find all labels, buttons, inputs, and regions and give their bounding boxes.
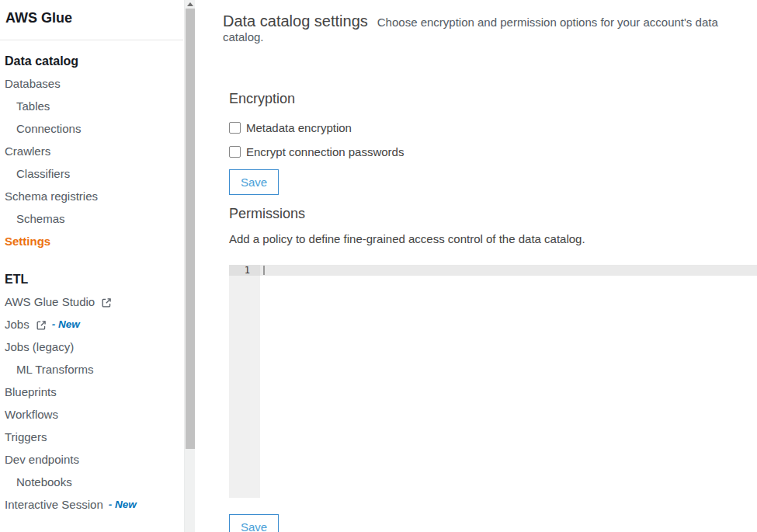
encrypt-passwords-row: Encrypt connection passwords: [229, 144, 757, 159]
encrypt-passwords-checkbox[interactable]: [229, 146, 241, 158]
metadata-encryption-checkbox[interactable]: [229, 122, 241, 134]
section-header-data-catalog: Data catalog: [0, 50, 183, 72]
editor-gutter: 1: [229, 265, 260, 498]
page-header: Data catalog settingsChoose encryption a…: [223, 12, 757, 44]
section-header-etl: ETL: [0, 268, 183, 290]
sidebar-item-label: Notebooks: [16, 471, 72, 493]
sidebar-item-label: Dev endpoints: [5, 448, 79, 471]
sidebar-item-triggers[interactable]: Triggers: [0, 426, 183, 448]
permissions-save-button[interactable]: Save: [229, 514, 279, 532]
sidebar-item-label: ML Transforms: [16, 358, 93, 381]
encryption-heading: Encryption: [229, 91, 757, 107]
sidebar-item-label: Tables: [16, 95, 50, 117]
scrollbar-thumb[interactable]: [186, 9, 195, 449]
page-title: Data catalog settings: [223, 12, 368, 30]
policy-editor[interactable]: 1: [229, 265, 757, 498]
sidebar-item-label: Schema registries: [5, 185, 98, 207]
sidebar-item-jobs-legacy[interactable]: Jobs (legacy): [0, 336, 183, 358]
editor-content: [260, 265, 757, 498]
editor-line-number: 1: [229, 265, 260, 276]
sidebar-item-connections[interactable]: Connections: [0, 117, 183, 140]
sidebar-scrollbar[interactable]: [184, 0, 195, 532]
main-content: Data catalog settingsChoose encryption a…: [195, 0, 757, 532]
sidebar-item-jobs[interactable]: Jobs- New: [0, 313, 183, 336]
sidebar-item-blueprints[interactable]: Blueprints: [0, 381, 183, 403]
sidebar-item-schemas[interactable]: Schemas: [0, 207, 183, 230]
sidebar-item-label: Workflows: [5, 403, 58, 426]
sidebar-item-schema-registries[interactable]: Schema registries: [0, 185, 183, 207]
new-badge: - New: [52, 313, 80, 336]
sidebar-item-crawlers[interactable]: Crawlers: [0, 140, 183, 162]
new-badge: - New: [109, 493, 137, 516]
encryption-save-button[interactable]: Save: [229, 169, 279, 195]
sidebar-item-label: Jobs: [5, 313, 30, 336]
scroll-up-arrow-icon: [187, 2, 193, 6]
sidebar-item-databases[interactable]: Databases: [0, 72, 183, 95]
sidebar-nav: Data catalog DatabasesTablesConnectionsC…: [0, 50, 183, 516]
sidebar-item-label: Jobs (legacy): [5, 336, 74, 358]
sidebar-item-tables[interactable]: Tables: [0, 95, 183, 117]
sidebar: AWS Glue Data catalog DatabasesTablesCon…: [0, 0, 195, 532]
sidebar-item-ml-transforms[interactable]: ML Transforms: [0, 358, 183, 381]
section-items-data-catalog: DatabasesTablesConnectionsCrawlersClassi…: [0, 72, 183, 252]
sidebar-item-label: Blueprints: [5, 381, 57, 403]
sidebar-item-classifiers[interactable]: Classifiers: [0, 162, 183, 185]
app-title: AWS Glue: [0, 0, 183, 27]
sidebar-item-aws-glue-studio[interactable]: AWS Glue Studio: [0, 290, 183, 313]
metadata-encryption-label[interactable]: Metadata encryption: [246, 121, 352, 134]
permissions-heading: Permissions: [229, 206, 757, 222]
permissions-description: Add a policy to define fine-grained acce…: [229, 233, 757, 245]
sidebar-item-label: Classifiers: [16, 162, 70, 185]
sidebar-item-label: Schemas: [16, 207, 65, 230]
sidebar-item-label: Settings: [5, 230, 50, 252]
section-items-etl: AWS Glue StudioJobs- NewJobs (legacy)ML …: [0, 290, 183, 516]
sidebar-item-label: Triggers: [5, 426, 47, 448]
sidebar-item-settings[interactable]: Settings: [0, 230, 183, 252]
sidebar-item-label: Interactive Session: [5, 493, 103, 516]
encrypt-passwords-label[interactable]: Encrypt connection passwords: [246, 145, 404, 158]
sidebar-item-label: Crawlers: [5, 140, 50, 162]
editor-text-cursor: [263, 266, 265, 275]
external-link-icon: [36, 320, 47, 331]
sidebar-item-label: Databases: [5, 72, 61, 95]
sidebar-item-interactive-session[interactable]: Interactive Session- New: [0, 493, 183, 516]
external-link-icon: [101, 297, 112, 308]
metadata-encryption-row: Metadata encryption: [229, 120, 757, 135]
scrollbar-up-button[interactable]: [185, 0, 196, 9]
sidebar-item-label: Connections: [16, 117, 81, 140]
sidebar-item-notebooks[interactable]: Notebooks: [0, 471, 183, 493]
sidebar-item-workflows[interactable]: Workflows: [0, 403, 183, 426]
sidebar-item-dev-endpoints[interactable]: Dev endpoints: [0, 448, 183, 471]
sidebar-divider: [0, 40, 183, 40]
sidebar-item-label: AWS Glue Studio: [5, 290, 95, 313]
